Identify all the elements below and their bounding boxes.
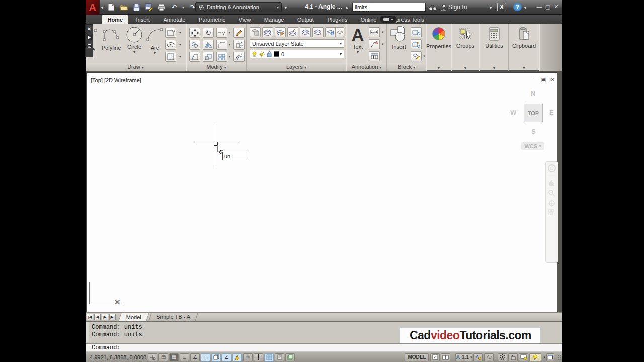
trim-button[interactable] (216, 28, 227, 38)
command-grip[interactable] (86, 322, 89, 342)
copy-button[interactable] (189, 40, 200, 50)
text-button[interactable]: A Text ▾ (349, 26, 367, 54)
toolbar-lock-icon[interactable] (508, 353, 518, 361)
layer-off-button[interactable] (312, 27, 324, 37)
next-layout-button[interactable]: ▶ (102, 314, 108, 320)
fillet-button[interactable] (216, 40, 227, 50)
status-menu-caret-icon[interactable]: ▾ (543, 355, 545, 359)
object-snap-toggle[interactable]: ◻ (201, 353, 210, 361)
viewcube-top-face[interactable]: TOP (524, 104, 543, 122)
leader-caret-icon[interactable]: ▾ (382, 42, 384, 46)
viewport-close-icon[interactable]: ⊠ (550, 76, 555, 83)
annotation-scale-button[interactable]: 1:1 ▾ (455, 353, 472, 361)
rotate-button[interactable]: ↻ (203, 28, 214, 38)
isolate-objects-bulb-icon[interactable] (529, 353, 541, 361)
plot-icon[interactable] (157, 3, 166, 12)
quick-view-drawings-button[interactable] (441, 353, 450, 361)
last-layout-button[interactable]: ▶| (109, 314, 116, 320)
sign-in-caret-icon[interactable]: ▾ (490, 6, 492, 10)
app-menu-caret-icon[interactable]: ▾ (101, 6, 103, 10)
selection-cycling-toggle[interactable] (285, 353, 295, 361)
viewcube-south[interactable]: S (531, 128, 536, 135)
help-icon[interactable]: ? (513, 3, 522, 11)
polar-tracking-toggle[interactable]: ∠ (190, 353, 200, 361)
exchange-apps-icon[interactable]: X (497, 3, 506, 11)
arc-button[interactable]: Arc ▾ (146, 27, 164, 55)
hardware-acceleration-icon[interactable] (519, 353, 528, 361)
dimension-caret-icon[interactable]: ▾ (382, 30, 384, 34)
clipboard-panel-collapsed[interactable]: Clipboard ▼ (509, 24, 539, 71)
command-line-area[interactable]: Command: units Command: units CadvideoTu… (86, 321, 562, 352)
tab-annotate[interactable]: Annotate (157, 15, 191, 24)
rectangle-caret-icon[interactable]: ▾ (179, 31, 181, 35)
viewport-label[interactable]: [Top] [2D Wireframe] (91, 77, 141, 83)
resize-grip[interactable] (557, 355, 562, 360)
attributes-caret-icon[interactable]: ▾ (423, 54, 425, 58)
palette-autohide-icon[interactable] (87, 35, 92, 40)
autoscale-button[interactable] (484, 353, 494, 361)
workspace-switch-gear-icon[interactable] (498, 353, 507, 361)
snap-mode-toggle[interactable]: ▤ (158, 353, 168, 361)
explode-button[interactable] (233, 40, 245, 50)
save-icon[interactable] (132, 3, 141, 12)
circle-button[interactable]: Circle ▾ (124, 26, 145, 54)
define-attributes-button[interactable] (411, 51, 422, 61)
tab-output[interactable]: Output (292, 15, 319, 24)
3d-object-snap-toggle[interactable] (211, 353, 221, 361)
hatch-tool-button[interactable] (165, 52, 176, 62)
transparency-toggle[interactable] (264, 353, 274, 361)
annotation-panel-label[interactable]: Annotation ▾ (347, 63, 386, 71)
offset-button[interactable] (233, 52, 245, 62)
tab-model[interactable]: Model (118, 313, 149, 321)
palette-close-icon[interactable]: ✕ (87, 26, 91, 32)
dynamic-input-field[interactable]: un (222, 152, 247, 160)
maximize-button[interactable]: ▢ (544, 4, 552, 10)
tab-home[interactable]: Home (102, 15, 128, 24)
undo-icon[interactable]: ↶ (170, 3, 179, 12)
polyline-button[interactable]: Polyline (100, 27, 123, 51)
array-button[interactable] (216, 52, 227, 62)
new-file-icon[interactable] (107, 3, 116, 12)
application-menu-button[interactable]: A (86, 0, 100, 15)
viewcube-north[interactable]: N (531, 89, 535, 97)
scale-button[interactable] (203, 52, 214, 62)
annotation-visibility-button[interactable] (473, 353, 483, 361)
clean-screen-button[interactable] (546, 353, 554, 361)
fillet-caret-icon[interactable]: ▾ (229, 43, 231, 47)
dynamic-ucs-toggle[interactable] (232, 353, 242, 361)
insert-button[interactable]: Insert (389, 26, 409, 50)
drawing-canvas[interactable]: [Top] [2D Wireframe] — ▣ ⊠ N W TOP E S W… (86, 72, 557, 312)
erase-button[interactable] (233, 28, 245, 38)
save-as-icon[interactable] (144, 3, 153, 12)
undo-caret-icon[interactable]: ▾ (182, 5, 184, 10)
properties-panel-collapsed[interactable]: Properties ▼ (427, 24, 451, 71)
ellipse-caret-icon[interactable]: ▾ (179, 43, 181, 47)
array-caret-icon[interactable]: ▾ (229, 55, 231, 59)
tab-manage[interactable]: Manage (259, 15, 290, 24)
title-arrow-icon[interactable]: ▸ (346, 5, 349, 10)
layer-states-button[interactable] (262, 27, 273, 37)
open-file-icon[interactable] (119, 3, 128, 12)
viewport-minimize-icon[interactable]: — (531, 76, 537, 83)
quick-view-layouts-button[interactable] (430, 353, 440, 361)
search-binoculars-icon[interactable] (428, 3, 437, 12)
utilities-panel-collapsed[interactable]: Utilities ▼ (480, 24, 509, 71)
leader-button[interactable] (369, 39, 380, 49)
layer-dropdown[interactable]: 0 ▾ (250, 50, 344, 58)
tab-insert[interactable]: Insert (130, 15, 155, 24)
layer-unisolate-button[interactable] (287, 27, 298, 37)
tab-parametric[interactable]: Parametric (193, 15, 231, 24)
palette-properties-icon[interactable] (87, 43, 92, 49)
ellipse-tool-button[interactable] (165, 40, 176, 50)
create-block-button[interactable] (411, 27, 422, 37)
table-button[interactable] (369, 51, 380, 61)
block-panel-label[interactable]: Block ▾ (387, 63, 426, 71)
modify-panel-label[interactable]: Modify ▾ (187, 63, 246, 71)
close-button[interactable]: ✕ (552, 4, 560, 10)
viewport-restore-icon[interactable]: ▣ (541, 76, 546, 83)
first-layout-button[interactable]: |◀ (87, 314, 93, 320)
infer-constraints-toggle[interactable] (148, 353, 157, 361)
layer-lock-button[interactable]: 8 (325, 27, 336, 37)
stretch-button[interactable] (189, 52, 200, 62)
grid-display-toggle[interactable]: ▦ (169, 353, 179, 361)
